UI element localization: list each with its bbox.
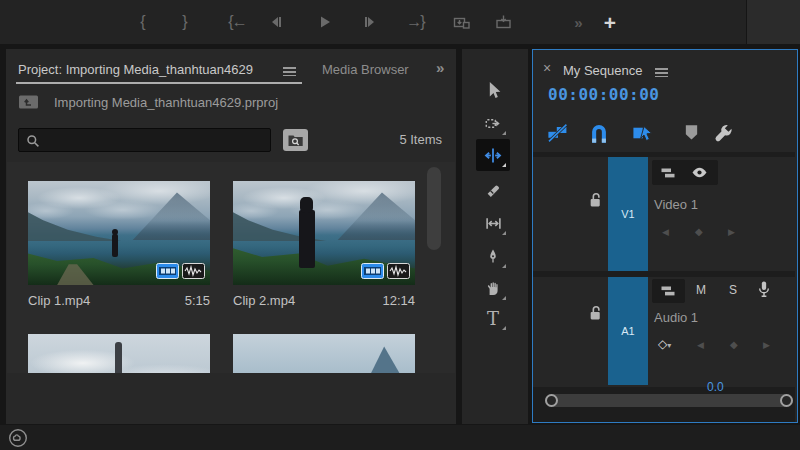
close-panel-icon[interactable]: ×: [543, 60, 551, 76]
panel-overflow-chevron[interactable]: »: [436, 59, 444, 76]
audio-track-row: A1 M S Audio 1 ◇▾ ◀ ◆: [533, 277, 795, 387]
clip-name: Clip 2.mp4: [233, 293, 295, 308]
play-icon: [317, 14, 333, 30]
voiceover-record-mic-icon[interactable]: [757, 280, 771, 299]
clip-1-thumbnail[interactable]: [28, 181, 210, 285]
razor-tool-button[interactable]: [476, 174, 510, 206]
clip-duration: 12:14: [382, 293, 415, 308]
clip-2-preview-image: [233, 181, 415, 285]
keyframe-type-dropdown[interactable]: ◇▾: [658, 337, 671, 351]
mark-in-button[interactable]: {: [134, 8, 152, 36]
ripple-edit-tool-button[interactable]: [476, 139, 510, 171]
transport-toolbar: { } {← →}: [0, 0, 800, 44]
type-tool-icon: T: [487, 308, 499, 329]
timeline-panel: × My Sequence 00:00:00:00: [532, 49, 798, 423]
insert-as-nest-toggle[interactable]: [546, 122, 570, 144]
video-track-name[interactable]: Video 1: [654, 197, 698, 212]
sync-lock-icon[interactable]: [660, 166, 676, 180]
clip-name: Clip 1.mp4: [28, 293, 90, 308]
go-to-out-button[interactable]: →}: [400, 8, 430, 36]
clip-4-thumbnail[interactable]: [233, 334, 415, 373]
tab-project[interactable]: Project: Importing Media_thanhtuan4629: [18, 62, 253, 77]
add-keyframe-icon[interactable]: ◆: [695, 226, 703, 237]
track-lock-icon[interactable]: [589, 192, 603, 208]
overwrite-button[interactable]: [490, 8, 518, 36]
video-track-source-assign[interactable]: V1: [608, 157, 648, 271]
solo-track-button[interactable]: S: [729, 283, 737, 297]
timeline-settings-wrench-icon[interactable]: [712, 122, 735, 143]
mark-out-button[interactable]: }: [176, 8, 194, 36]
audio-gain-value[interactable]: 0.0: [707, 380, 724, 394]
search-input-field[interactable]: [45, 131, 269, 151]
sequence-tab[interactable]: My Sequence: [563, 63, 643, 78]
audio-track-name[interactable]: Audio 1: [654, 310, 698, 325]
toolbar-right-segment: [746, 0, 800, 44]
step-back-icon: [267, 14, 283, 30]
insert-icon: [453, 14, 471, 30]
snap-magnet-toggle[interactable]: [588, 121, 610, 144]
type-tool-button[interactable]: T: [476, 302, 510, 334]
step-back-button[interactable]: [262, 8, 288, 36]
tools-panel: T: [462, 49, 528, 424]
razor-icon: [485, 182, 502, 199]
folder-up-icon: [18, 93, 39, 111]
slip-icon: [485, 215, 502, 232]
project-panel-menu-icon[interactable]: [283, 65, 296, 79]
insert-button[interactable]: [448, 8, 476, 36]
project-file-breadcrumb[interactable]: Importing Media_thanhtuan4629.prproj: [54, 95, 278, 110]
clip-1-preview-image: [28, 181, 210, 285]
video-track-row: V1 Video 1 ◀ ◆ ▶: [533, 157, 795, 271]
clip-1-label-row[interactable]: Clip 1.mp4 5:15: [28, 293, 210, 308]
audio-track-source-assign[interactable]: A1: [608, 277, 648, 385]
diamond-icon: ◇: [658, 337, 667, 351]
grid-scrollbar-thumb[interactable]: [427, 167, 441, 250]
search-bin-button[interactable]: [283, 129, 308, 151]
previous-keyframe-icon[interactable]: ◀: [697, 340, 704, 350]
audio-usage-icon: [182, 263, 205, 279]
clip-duration: 5:15: [185, 293, 210, 308]
go-to-in-button[interactable]: {←: [222, 8, 252, 36]
track-output-eye-icon[interactable]: [691, 166, 708, 179]
pen-tool-button[interactable]: [476, 240, 510, 272]
tab-media-browser[interactable]: Media Browser: [322, 62, 410, 77]
creative-cloud-icon: [8, 428, 28, 448]
folder-search-icon: [287, 133, 304, 148]
step-forward-button[interactable]: [358, 8, 384, 36]
next-keyframe-icon[interactable]: ▶: [763, 340, 770, 350]
timeline-panel-menu-icon[interactable]: [655, 66, 668, 80]
project-panel: Project: Importing Media_thanhtuan4629 M…: [6, 49, 456, 424]
linked-selection-toggle[interactable]: [632, 123, 656, 143]
mute-track-button[interactable]: M: [696, 283, 706, 297]
add-marker-button[interactable]: [684, 124, 699, 141]
clip-2-thumbnail[interactable]: [233, 181, 415, 285]
play-button[interactable]: [312, 8, 338, 36]
hand-tool-button[interactable]: [476, 272, 510, 304]
add-button-editor-button[interactable]: +: [598, 8, 622, 36]
timeline-zoom-scrollbar[interactable]: [545, 394, 793, 407]
sync-lock-icon[interactable]: [660, 284, 676, 298]
video-track-toggles: [652, 160, 718, 185]
project-panel-toolbar: [6, 376, 456, 424]
active-tab-underline: [16, 82, 302, 84]
toolbar-overflow-chevron[interactable]: »: [568, 8, 588, 36]
clip-2-label-row[interactable]: Clip 2.mp4 12:14: [233, 293, 415, 308]
zoom-handle-left[interactable]: [545, 394, 558, 407]
selection-tool-button[interactable]: [476, 74, 510, 106]
track-area: V1 Video 1 ◀ ◆ ▶: [533, 152, 795, 422]
track-select-forward-tool-button[interactable]: [476, 107, 510, 139]
slip-tool-button[interactable]: [476, 207, 510, 239]
selection-arrow-icon: [485, 81, 502, 100]
pen-icon: [485, 248, 501, 265]
zoom-handle-right[interactable]: [780, 394, 793, 407]
status-bar: [0, 425, 800, 450]
previous-keyframe-icon[interactable]: ◀: [662, 227, 669, 237]
navigate-up-button[interactable]: [18, 93, 39, 111]
clip-3-thumbnail[interactable]: [28, 334, 210, 373]
playhead-timecode[interactable]: 00:00:00:00: [548, 85, 659, 104]
video-usage-icon: [361, 263, 384, 279]
add-keyframe-icon[interactable]: ◆: [730, 339, 738, 350]
next-keyframe-icon[interactable]: ▶: [728, 227, 735, 237]
track-select-forward-icon: [485, 115, 502, 132]
track-lock-icon[interactable]: [589, 305, 603, 321]
search-input[interactable]: [18, 128, 271, 152]
